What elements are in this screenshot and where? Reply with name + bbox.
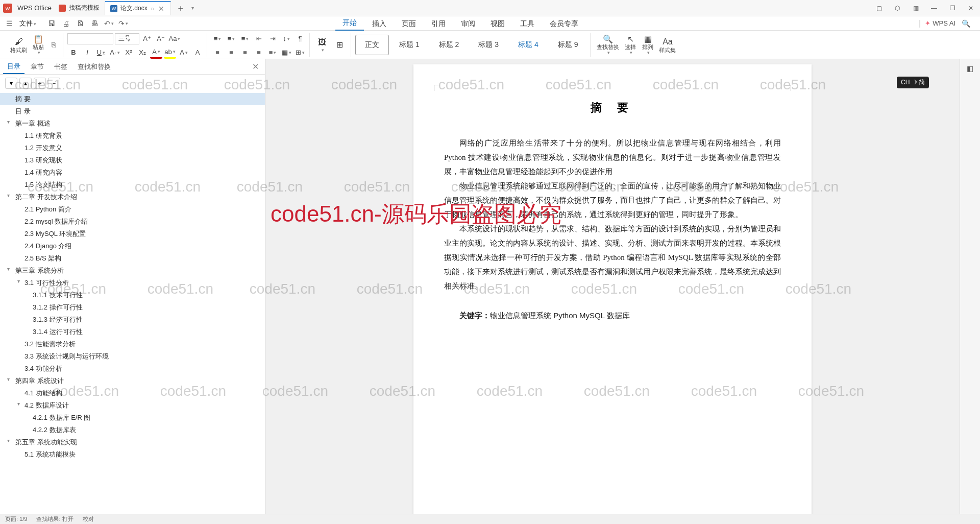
win-btn-1[interactable]: ▢ xyxy=(870,0,888,16)
outline-item[interactable]: 2.3 MySQL 环境配置 xyxy=(0,228,265,240)
tab-overflow-icon[interactable]: ▾ xyxy=(191,5,194,11)
shrink-font-button[interactable]: A⁻ xyxy=(155,33,167,45)
find-replace-button[interactable]: 🔍查找替换 xyxy=(595,34,621,56)
align-justify-button[interactable]: ≡ xyxy=(253,46,265,59)
font-size-combo[interactable] xyxy=(115,33,139,44)
image-button[interactable]: 🖼 xyxy=(314,34,330,56)
doc-title[interactable]: 摘 要 xyxy=(444,100,781,115)
outline-item[interactable]: 3.3 系统设计规则与运行环境 xyxy=(0,350,265,363)
bullets-button[interactable]: ≡ xyxy=(211,33,224,45)
select-button[interactable]: ↖选择 xyxy=(622,34,639,56)
ime-badge[interactable]: CH ☽ 简 xyxy=(897,77,929,88)
status-page[interactable]: 页面: 1/9 xyxy=(5,515,27,523)
outline-tab-chapter[interactable]: 章节 xyxy=(27,60,48,74)
line-spacing-button[interactable]: ↕ xyxy=(280,33,292,45)
numbering-button[interactable]: ≡ xyxy=(225,33,237,45)
print-icon[interactable]: 🖻 xyxy=(74,17,86,30)
outline-item[interactable]: 1.1 研究背景 xyxy=(0,130,265,142)
align-right-button[interactable]: ≡ xyxy=(239,46,251,59)
chevron-down-icon[interactable]: ▾ xyxy=(17,278,20,284)
chevron-down-icon[interactable]: ▾ xyxy=(7,266,10,272)
print-preview-icon[interactable]: 🖨 xyxy=(60,17,72,30)
status-correct[interactable]: 校对 xyxy=(83,515,94,523)
ribbon-tab-view[interactable]: 视图 xyxy=(483,17,512,31)
ribbon-tab-insert[interactable]: 插入 xyxy=(365,17,394,31)
ribbon-tab-reference[interactable]: 引用 xyxy=(424,17,453,31)
file-menu[interactable]: 文件 xyxy=(17,19,38,28)
chevron-down-icon[interactable]: ▾ xyxy=(7,119,10,125)
outline-item[interactable]: 3.1.1 技术可行性 xyxy=(0,289,265,301)
chevron-down-icon[interactable]: ▾ xyxy=(7,193,10,198)
outline-item[interactable]: 4.2.2 数据库表 xyxy=(0,424,265,436)
chevron-down-icon[interactable]: ▾ xyxy=(7,438,10,443)
outline-tab-bookmark[interactable]: 书签 xyxy=(50,60,71,74)
style-h3[interactable]: 标题 3 xyxy=(469,35,508,55)
italic-button[interactable]: I xyxy=(81,46,93,59)
ribbon-tab-page[interactable]: 页面 xyxy=(395,17,423,31)
outline-item[interactable]: 4.2.1 数据库 E/R 图 xyxy=(0,412,265,424)
outline-tab-find[interactable]: 查找和替换 xyxy=(74,60,115,74)
chevron-down-icon[interactable]: ▾ xyxy=(17,401,20,407)
outline-tab-toc[interactable]: 目录 xyxy=(3,60,24,74)
close-button[interactable]: ✕ xyxy=(962,0,980,16)
styleset-button[interactable]: Aa样式集 xyxy=(657,34,678,56)
hamburger-icon[interactable]: ☰ xyxy=(3,17,15,30)
outline-close-button[interactable]: ✕ xyxy=(249,62,262,72)
ribbon-tab-tools[interactable]: 工具 xyxy=(513,17,542,31)
outline-item[interactable]: ▾第一章 概述 xyxy=(0,117,265,130)
paste-button[interactable]: 📋粘贴 xyxy=(30,34,46,56)
outline-item[interactable]: 1.3 研究现状 xyxy=(0,154,265,166)
outline-item[interactable]: 1.2 开发意义 xyxy=(0,142,265,154)
outline-item[interactable]: 1.4 研究内容 xyxy=(0,166,265,179)
font-family-combo[interactable] xyxy=(67,33,113,44)
align-left-button[interactable]: ≡ xyxy=(211,46,224,59)
chevron-down-icon[interactable]: ▾ xyxy=(7,376,10,382)
tab-template[interactable]: 找稿壳模板 xyxy=(54,1,105,15)
style-h2[interactable]: 标题 2 xyxy=(430,35,469,55)
page[interactable]: 摘 要 网络的广泛应用给生活带来了十分的便利。所以把物业信息管理与现在网络相结合… xyxy=(413,64,812,514)
grow-font-button[interactable]: A⁺ xyxy=(141,33,153,45)
outline-item[interactable]: ▾第三章 系统分析 xyxy=(0,265,265,277)
outline-item[interactable]: 目 录 xyxy=(0,105,265,117)
highlight-button[interactable]: ab xyxy=(164,46,176,59)
text-bg-button[interactable]: A xyxy=(178,46,190,59)
outline-item[interactable]: 3.2 性能需求分析 xyxy=(0,338,265,350)
outline-item[interactable]: 2.4 Django 介绍 xyxy=(0,240,265,252)
maximize-button[interactable]: ❐ xyxy=(943,0,962,16)
undo-button[interactable]: ↶ xyxy=(103,17,115,30)
change-case-button[interactable]: Aa xyxy=(168,33,181,45)
minimize-button[interactable]: — xyxy=(925,0,943,16)
wps-ai-button[interactable]: ✦ WPS AI xyxy=(925,19,955,27)
bold-button[interactable]: B xyxy=(67,46,80,59)
style-normal[interactable]: 正文 xyxy=(355,35,389,55)
borders-button[interactable]: ⊞ xyxy=(294,46,306,59)
win-btn-2[interactable]: ⬡ xyxy=(888,0,906,16)
outline-remove-button[interactable]: － xyxy=(48,78,60,89)
outline-item[interactable]: 2.5 B/S 架构 xyxy=(0,252,265,265)
redo-button[interactable]: ↷ xyxy=(117,17,129,30)
arrange-button[interactable]: ▦排列 xyxy=(640,34,656,56)
ribbon-tab-member[interactable]: 会员专享 xyxy=(543,17,585,31)
underline-button[interactable]: U xyxy=(95,46,107,59)
style-h9[interactable]: 标题 9 xyxy=(549,35,587,55)
char-shading-button[interactable]: A xyxy=(191,46,204,59)
textbox-button[interactable]: ⊞ xyxy=(331,34,348,56)
outline-item[interactable]: 3.4 功能分析 xyxy=(0,363,265,375)
copy-button[interactable]: ⎘ xyxy=(47,39,60,51)
emphasis-button[interactable]: A· xyxy=(109,46,121,59)
indent-inc-button[interactable]: ⇥ xyxy=(266,33,279,45)
distribute-button[interactable]: ≡ xyxy=(266,46,279,59)
document-area[interactable]: 摘 要 网络的广泛应用给生活带来了十分的便利。所以把物业信息管理与现在网络相结合… xyxy=(265,59,960,514)
ribbon-tab-review[interactable]: 审阅 xyxy=(454,17,482,31)
doc-p1[interactable]: 网络的广泛应用给生活带来了十分的便利。所以把物业信息管理与现在网络相结合，利用 … xyxy=(444,136,781,179)
outline-item[interactable]: 3.1.3 经济可行性 xyxy=(0,314,265,326)
doc-p2[interactable]: 物业信息管理系统能够通过互联网得到广泛的、全面的宣传，让尽可能多的用户了解和熟知… xyxy=(444,179,781,222)
new-tab-button[interactable]: ＋ xyxy=(171,2,190,14)
outline-item[interactable]: ▾第四章 系统设计 xyxy=(0,375,265,387)
outline-item[interactable]: 3.1.2 操作可行性 xyxy=(0,301,265,314)
shading-button[interactable]: ▦ xyxy=(280,46,292,59)
quick-print-icon[interactable]: 🖶 xyxy=(88,17,101,30)
rt-btn-1[interactable]: ◧ xyxy=(964,62,976,75)
tab-close-button[interactable]: ✕ xyxy=(157,5,165,13)
search-icon[interactable]: 🔍 xyxy=(960,17,972,30)
